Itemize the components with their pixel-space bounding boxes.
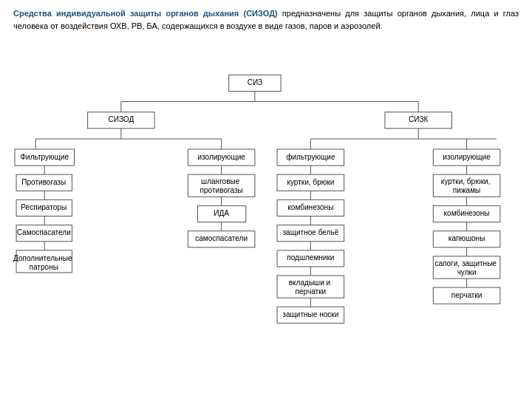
zashch-noski-node: защитные носки	[282, 310, 338, 318]
kombinezon2-node: комбинезоны	[444, 209, 490, 217]
siz-node: СИЗ	[248, 78, 263, 86]
samospasateli-right-node: самоспасатели	[195, 234, 248, 242]
samospasateli-left-node: Самоспасатели	[17, 228, 71, 236]
filtr-sizk-node: фильтрующие	[286, 153, 335, 161]
protivogazy-node: Противогазы	[21, 178, 66, 186]
respiratory-node: Респираторы	[21, 203, 66, 211]
izol-sizk-node: изолирующие	[443, 153, 491, 161]
zashch-bele-node: защитное бельё	[282, 228, 338, 236]
perchatki-node: перчатки	[451, 291, 482, 299]
kapyushony-node: капюшоны	[449, 234, 485, 242]
podshlemniki-node: подшлемники	[287, 253, 334, 262]
diagram-svg: СИЗ СИЗОД СИЗК Фильтру	[13, 41, 519, 393]
kurtki-bryuki-node: куртки, брюки	[287, 178, 334, 186]
intro-paragraph: Средства индивидуальной защиты органов д…	[13, 7, 519, 32]
intro-acronym: (СИЗОД)	[243, 9, 277, 18]
kombinezon1-node: комбинезоны	[287, 203, 333, 211]
sizk-node: СИЗК	[409, 115, 429, 123]
page: Средства индивидуальной защиты органов д…	[0, 0, 532, 399]
vkladyshi-node: вкладыши и перчатки	[289, 279, 332, 296]
intro-highlight: Средства индивидуальной защиты органов д…	[13, 9, 243, 18]
shlangovye-node: шланговые противогазы	[200, 177, 243, 194]
diagram-area: СИЗ СИЗОД СИЗК Фильтру	[13, 41, 519, 393]
izol-sizod-node: изолирующие	[197, 153, 245, 161]
ida-node: ИДА	[214, 209, 229, 217]
sizod-node: СИЗОД	[108, 115, 134, 123]
filtr-sizod-node: Фильтрующие	[20, 153, 69, 161]
